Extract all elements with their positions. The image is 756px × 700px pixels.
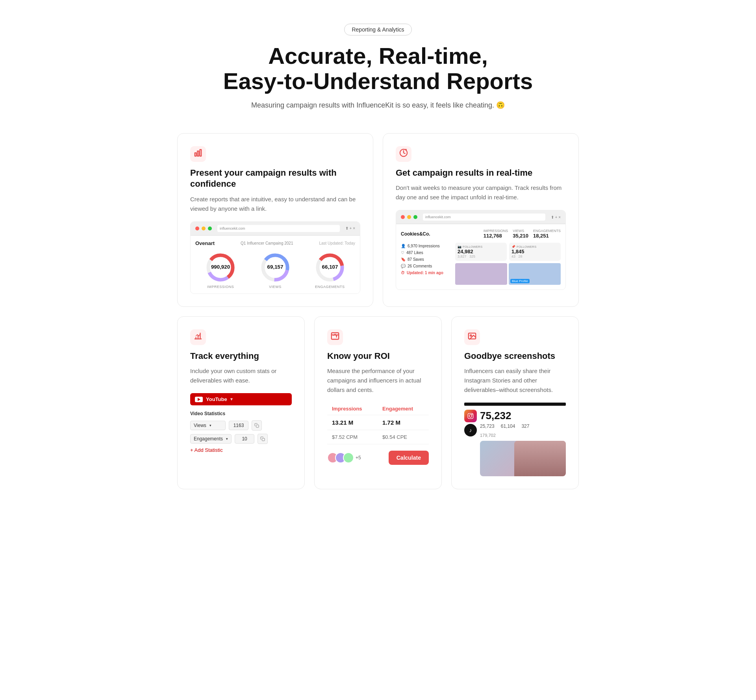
realtime-sidebar: 👤 6,970 Impressions ♡ 487 Likes 🔖 87 Sav… bbox=[401, 243, 452, 285]
roi-row-1: 13.21 M 1.72 M bbox=[327, 415, 429, 430]
category-badge: Reporting & Analytics bbox=[344, 24, 411, 35]
metric-views: 69,157 VIEWS bbox=[259, 252, 291, 289]
rt-impressions-stat: IMPRESSIONS 112,768 bbox=[484, 229, 508, 239]
views-stat-row: Views ▾ 1163 bbox=[190, 420, 292, 431]
views-select[interactable]: Views ▾ bbox=[190, 421, 226, 430]
stat-1: 25,723 bbox=[480, 423, 495, 429]
roi-desc: Measure the performance of your campaign… bbox=[327, 366, 429, 395]
calculate-button[interactable]: Calculate bbox=[389, 451, 429, 465]
subheadline: Measuring campaign results with Influenc… bbox=[177, 101, 579, 110]
engagements-stat-row: Engagements ▾ 10 bbox=[190, 434, 292, 444]
comment-icon: 💬 bbox=[401, 264, 406, 268]
roi-title: Know your ROI bbox=[327, 351, 429, 362]
page-wrapper: Reporting & Analytics Accurate, Real-tim… bbox=[161, 0, 595, 521]
screenshots-icon bbox=[468, 332, 476, 342]
svg-text:69,157: 69,157 bbox=[267, 264, 284, 270]
add-statistic-btn[interactable]: + Add Statistic bbox=[190, 447, 292, 453]
clock-small-icon: ⏱ bbox=[401, 271, 405, 275]
card-screenshots: Goodbye screenshots Influencers can easi… bbox=[451, 316, 579, 490]
engagements-value[interactable]: 10 bbox=[235, 434, 254, 444]
dot-red bbox=[195, 227, 199, 230]
svg-point-27 bbox=[469, 415, 472, 418]
roi-impressions-value: 13.21 M bbox=[327, 415, 378, 430]
main-headline: Accurate, Real-time, Easy-to-Understand … bbox=[177, 43, 579, 94]
instagram-small-icon: 📷 bbox=[458, 245, 461, 249]
tiktok-icon: ♪ bbox=[464, 424, 477, 436]
metric-impressions: 990,920 IMPRESSIONS bbox=[205, 252, 236, 289]
donut-views: 69,157 bbox=[259, 252, 291, 283]
confidence-desc: Create reports that are intuitive, easy … bbox=[190, 195, 360, 214]
realtime-desc: Don't wait weeks to measure your campaig… bbox=[396, 183, 566, 202]
roi-icon-wrap bbox=[327, 329, 343, 345]
p-followers: 1,845 bbox=[511, 249, 558, 254]
track-title: Track everything bbox=[190, 351, 292, 362]
rt-engagements-stat: ENGAGEMENTS 18,251 bbox=[533, 229, 561, 239]
stat-2: 61,104 bbox=[501, 423, 515, 429]
rt-item-impressions: 👤 6,970 Impressions bbox=[401, 243, 452, 249]
card-realtime: Get campaign results in real-time Don't … bbox=[383, 133, 579, 307]
screenshots-top-bar bbox=[464, 403, 566, 406]
ig-followers: 24,982 bbox=[458, 249, 504, 254]
roi-avatars: +5 bbox=[327, 452, 361, 463]
roi-cpe-value: $0.54 CPE bbox=[378, 430, 429, 444]
screenshots-desc: Influencers can easily share their Insta… bbox=[464, 366, 566, 395]
heart-icon: ♡ bbox=[401, 251, 404, 255]
views-chevron: ▾ bbox=[209, 423, 211, 427]
roi-cpm-value: $7.52 CPM bbox=[327, 430, 378, 444]
metric-engagements: 66,107 ENGAGEMENTS bbox=[314, 252, 346, 289]
screenshots-left: ♪ bbox=[464, 410, 477, 436]
svg-text:66,107: 66,107 bbox=[322, 264, 338, 270]
rt-image-1 bbox=[455, 263, 507, 285]
small-stats: 25,723 61,104 327 bbox=[480, 423, 566, 429]
roi-icon bbox=[331, 332, 339, 342]
svg-rect-21 bbox=[262, 438, 265, 441]
pinterest-small-icon: 📌 bbox=[511, 245, 515, 249]
screenshots-layout: ♪ 75,232 25,723 61,104 327 179,702 bbox=[464, 410, 566, 476]
confidence-icon-wrap bbox=[190, 146, 206, 162]
track-desc: Include your own custom stats or deliver… bbox=[190, 366, 292, 385]
badge-wrap: Reporting & Analytics bbox=[177, 24, 579, 35]
confidence-title: Present your campaign results with confi… bbox=[190, 167, 360, 190]
realtime-preview: influencekit.com ⬆ + × Cookies&Co. IMPRE… bbox=[396, 210, 566, 290]
rt-images: Blue Profile bbox=[455, 263, 561, 285]
views-value[interactable]: 1163 bbox=[229, 421, 248, 430]
svg-point-28 bbox=[472, 414, 472, 415]
rt-brand: Cookies&Co. bbox=[401, 231, 430, 237]
donut-engagements: 66,107 bbox=[314, 252, 346, 283]
instagram-icon bbox=[464, 410, 477, 422]
engagements-select[interactable]: Engagements ▾ bbox=[190, 434, 232, 444]
svg-rect-26 bbox=[468, 414, 473, 419]
screenshots-preview: ♪ 75,232 25,723 61,104 327 179,702 bbox=[464, 403, 566, 476]
yt-play-icon bbox=[195, 397, 203, 402]
person-icon: 👤 bbox=[401, 244, 406, 248]
svg-rect-1 bbox=[197, 151, 199, 156]
roi-avatar-count: +5 bbox=[356, 455, 361, 460]
track-chart-icon bbox=[194, 332, 202, 342]
roi-header-engagement: Engagement bbox=[378, 403, 429, 415]
platform-dropdown-arrow[interactable]: ▾ bbox=[230, 397, 233, 402]
rt-item-likes: ♡ 487 Likes bbox=[401, 249, 452, 256]
svg-rect-2 bbox=[200, 150, 202, 156]
views-copy-btn[interactable] bbox=[252, 420, 262, 431]
card-roi: Know your ROI Measure the performance of… bbox=[314, 316, 442, 490]
yt-header[interactable]: YouTube ▾ bbox=[190, 393, 292, 405]
big-number: 75,232 bbox=[480, 410, 566, 422]
rt-dot-yellow bbox=[407, 215, 411, 219]
realtime-main-content: 📷 FOLLOWERS 24,982 3,827 325 📌 FOLLOWERS bbox=[455, 243, 561, 285]
top-cards-grid: Present your campaign results with confi… bbox=[177, 133, 579, 307]
realtime-browser-chrome: influencekit.com ⬆ + × bbox=[396, 210, 565, 224]
donut-impressions: 990,920 bbox=[205, 252, 236, 283]
svg-rect-22 bbox=[332, 333, 339, 340]
realtime-layout: 👤 6,970 Impressions ♡ 487 Likes 🔖 87 Sav… bbox=[401, 243, 561, 285]
roi-table: Impressions Engagement 13.21 M 1.72 M $7… bbox=[327, 403, 429, 444]
browser-url: influencekit.com bbox=[217, 225, 340, 232]
bookmark-icon: 🔖 bbox=[401, 257, 406, 262]
rt-dot-red bbox=[401, 215, 405, 219]
engagements-copy-btn[interactable] bbox=[258, 434, 268, 444]
roi-footer: +5 Calculate bbox=[327, 451, 429, 465]
rt-image-2-wrap: Blue Profile bbox=[509, 263, 561, 285]
screenshots-title: Goodbye screenshots bbox=[464, 351, 566, 362]
track-icon-wrap bbox=[190, 329, 206, 345]
rt-dot-green bbox=[413, 215, 417, 219]
dot-yellow bbox=[202, 227, 206, 230]
